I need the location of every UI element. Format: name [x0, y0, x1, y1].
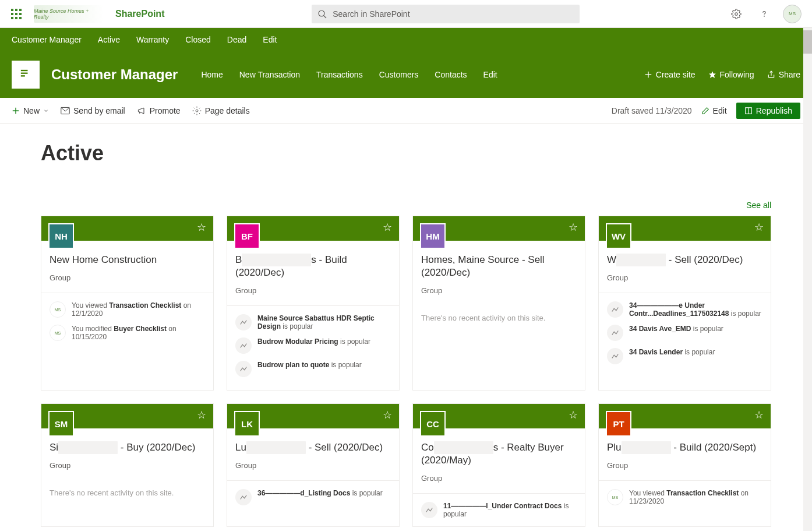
site-card[interactable]: SM ☆ Si—————— - Buy (2020/Dec) Group The…	[41, 403, 214, 527]
no-activity-text: There's no recent activity on this site.	[41, 480, 213, 505]
search-input[interactable]: Search in SharePoint	[312, 5, 580, 23]
hub-nav-item[interactable]: Customer Manager	[12, 35, 82, 44]
gear-icon	[192, 106, 202, 115]
site-card[interactable]: NH ☆ New Home Construction Group MSYou v…	[41, 216, 214, 391]
card-header: BF ☆	[227, 216, 399, 241]
user-avatar[interactable]: MS	[783, 5, 802, 23]
promote-button[interactable]: Promote	[137, 106, 181, 115]
new-button[interactable]: New	[12, 106, 49, 115]
suite-bar: Maine Source Homes + Realty SharePoint S…	[0, 0, 812, 28]
hub-nav-item[interactable]: Active	[98, 35, 120, 44]
follow-star-icon[interactable]: ☆	[754, 221, 764, 234]
svg-point-15	[196, 110, 198, 112]
activity-row[interactable]: 34 Davis Lender is popular	[607, 344, 762, 368]
site-card[interactable]: PT ☆ Plu————— - Build (2020/Sept) Group …	[598, 403, 771, 527]
site-nav-item[interactable]: Edit	[483, 70, 497, 79]
search-placeholder: Search in SharePoint	[333, 9, 409, 19]
card-title[interactable]: Co——————s - Realty Buyer (2020/May)	[421, 441, 577, 467]
cards-grid: NH ☆ New Home Construction Group MSYou v…	[41, 216, 771, 527]
send-email-button[interactable]: Send by email	[61, 106, 125, 115]
see-all-link[interactable]: See all	[746, 201, 771, 210]
svg-rect-6	[21, 73, 28, 74]
activity-text: Budrow plan to quote is popular	[257, 361, 362, 369]
trending-icon	[607, 348, 623, 364]
site-card[interactable]: LK ☆ Lu—————— - Sell (2020/Dec) Group 36…	[227, 403, 400, 527]
activity-row[interactable]: MSYou viewed Transaction Checklist on 11…	[607, 486, 762, 509]
site-nav-item[interactable]: Customers	[379, 70, 419, 79]
follow-star-icon[interactable]: ☆	[754, 409, 764, 421]
app-name[interactable]: SharePoint	[115, 9, 164, 19]
page-details-button[interactable]: Page details	[192, 106, 250, 115]
card-title[interactable]: New Home Construction	[50, 254, 205, 266]
star-icon	[708, 71, 716, 79]
hub-nav-item[interactable]: Edit	[263, 35, 277, 44]
follow-star-icon[interactable]: ☆	[383, 409, 392, 421]
card-badge: LK	[234, 411, 260, 437]
card-title[interactable]: Plu————— - Build (2020/Sept)	[607, 441, 762, 454]
follow-star-icon[interactable]: ☆	[569, 221, 578, 234]
site-nav-item[interactable]: New Transaction	[239, 70, 300, 79]
follow-star-icon[interactable]: ☆	[383, 221, 392, 234]
scrollbar[interactable]	[803, 28, 812, 531]
activity-row[interactable]: Maine Source Sabattus HDR Septic Design …	[235, 311, 391, 334]
card-activity: 11—————l_Under Contract Docs is popular	[413, 493, 585, 526]
activity-row[interactable]: MSYou modified Buyer Checklist on 10/15/…	[50, 321, 205, 344]
card-badge: SM	[48, 411, 74, 437]
hub-nav-item[interactable]: Warranty	[136, 35, 169, 44]
activity-text: You modified Buyer Checklist on 10/15/20…	[72, 325, 205, 341]
trending-icon	[235, 337, 252, 354]
settings-icon[interactable]	[727, 5, 746, 23]
card-subtitle: Group	[421, 474, 577, 483]
activity-row[interactable]: 34 Davis Ave_EMD is popular	[607, 321, 762, 344]
svg-point-0	[319, 10, 324, 16]
app-launcher-icon[interactable]	[5, 0, 28, 28]
page-title: Active	[41, 141, 771, 166]
create-site-button[interactable]: Create site	[644, 70, 696, 79]
site-nav-item[interactable]: Contacts	[435, 70, 467, 79]
site-title[interactable]: Customer Manager	[51, 66, 178, 83]
activity-row[interactable]: 11—————l_Under Contract Docs is popular	[421, 498, 577, 522]
site-nav: Home New Transaction Transactions Custom…	[201, 70, 497, 79]
follow-star-icon[interactable]: ☆	[197, 409, 206, 421]
activity-text: You viewed Transaction Checklist on 11/2…	[629, 489, 762, 505]
activity-row[interactable]: 36—————d_Listing Docs is popular	[235, 486, 391, 509]
activity-text: 34 Davis Ave_EMD is popular	[629, 325, 723, 333]
plus-icon	[12, 107, 20, 115]
pencil-icon	[701, 107, 709, 115]
activity-text: 11—————l_Under Contract Docs is popular	[443, 502, 577, 518]
activity-row[interactable]: Budrow plan to quote is popular	[235, 357, 391, 381]
card-title[interactable]: Si—————— - Buy (2020/Dec)	[50, 441, 205, 454]
following-button[interactable]: Following	[708, 70, 754, 79]
site-header: Customer Manager Home New Transaction Tr…	[0, 51, 812, 98]
follow-star-icon[interactable]: ☆	[197, 221, 206, 234]
hub-nav-item[interactable]: Closed	[185, 35, 211, 44]
site-logo-icon[interactable]	[12, 61, 40, 89]
help-icon[interactable]	[755, 5, 774, 23]
site-card[interactable]: BF ☆ B———————s - Build (2020/Dec) Group …	[227, 216, 400, 391]
follow-star-icon[interactable]: ☆	[569, 409, 578, 421]
book-icon	[744, 107, 753, 115]
share-button[interactable]: Share	[767, 70, 800, 79]
card-activity: 36—————d_Listing Docs is popular	[227, 480, 399, 514]
site-card[interactable]: CC ☆ Co——————s - Realty Buyer (2020/May)…	[412, 403, 585, 527]
site-card[interactable]: WV ☆ W————— - Sell (2020/Dec) Group 34——…	[598, 216, 771, 391]
chevron-down-icon	[43, 108, 49, 114]
card-title[interactable]: Lu—————— - Sell (2020/Dec)	[235, 441, 391, 454]
svg-point-2	[735, 12, 738, 15]
activity-row[interactable]: MSYou viewed Transaction Checklist on 12…	[50, 298, 205, 321]
tenant-logo-image: Maine Source Homes + Realty	[34, 5, 104, 23]
site-nav-item[interactable]: Home	[201, 70, 223, 79]
card-title[interactable]: Homes, Maine Source - Sell (2020/Dec)	[421, 254, 577, 279]
activity-row[interactable]: 34——————e Under Contr...Deadlines_117503…	[607, 298, 762, 321]
tenant-logo[interactable]: Maine Source Homes + Realty	[34, 5, 104, 23]
site-card[interactable]: HM ☆ Homes, Maine Source - Sell (2020/De…	[412, 216, 585, 391]
edit-button[interactable]: Edit	[701, 106, 727, 115]
hub-nav-item[interactable]: Dead	[227, 35, 246, 44]
card-title[interactable]: B———————s - Build (2020/Dec)	[235, 254, 391, 279]
site-nav-item[interactable]: Transactions	[316, 70, 363, 79]
card-badge: WV	[606, 223, 631, 249]
activity-row[interactable]: Budrow Modular Pricing is popular	[235, 334, 391, 357]
republish-button[interactable]: Republish	[736, 103, 800, 119]
card-title[interactable]: W————— - Sell (2020/Dec)	[607, 254, 762, 266]
card-badge: CC	[420, 411, 446, 437]
